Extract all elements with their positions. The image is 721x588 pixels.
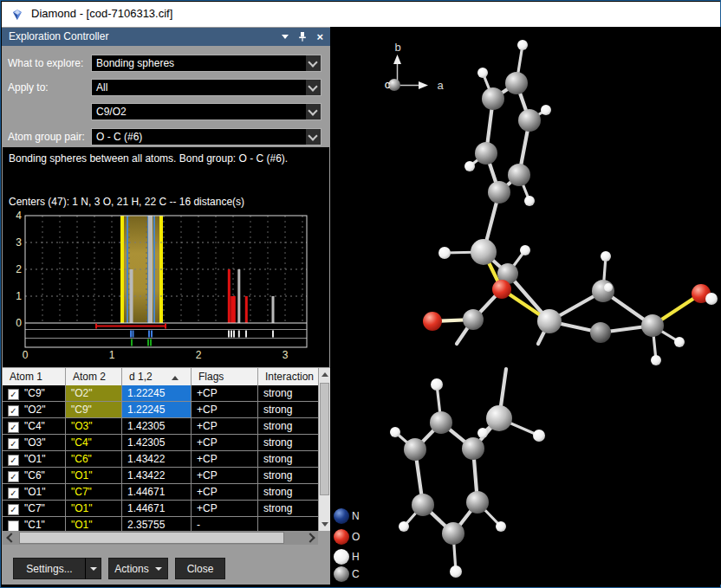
cell[interactable]: strong <box>258 402 318 418</box>
cell[interactable]: "O1" <box>66 517 122 531</box>
cell[interactable]: 2.35755 <box>122 517 192 531</box>
atom-H[interactable] <box>477 428 488 438</box>
cell[interactable]: 1.43422 <box>122 451 192 468</box>
chevron-down-icon[interactable] <box>282 35 289 39</box>
atom-C[interactable] <box>537 309 562 333</box>
atom-H[interactable] <box>705 293 718 305</box>
atom-H[interactable] <box>464 161 475 171</box>
atom-H[interactable] <box>390 427 400 437</box>
row-checkbox[interactable]: ✓ <box>8 488 19 499</box>
row-checkbox[interactable]: ✓ <box>8 455 19 466</box>
dropdown-button[interactable] <box>305 55 321 71</box>
distance-table[interactable]: ✓"C9""O2"1.22245+CPstrong✓"O2""C9"1.2224… <box>3 385 318 531</box>
atom-C[interactable] <box>412 494 434 516</box>
scroll-down-arrow[interactable] <box>319 518 330 531</box>
atom-C[interactable] <box>430 411 452 434</box>
atom-C[interactable] <box>404 438 426 461</box>
table-row[interactable]: ✓"O3""C4"1.42305+CPstrong <box>3 435 318 451</box>
table-row[interactable]: ✓"C7""O1"1.44671+CPstrong <box>3 501 318 517</box>
atom-H[interactable] <box>604 283 613 292</box>
cell[interactable]: 1.44671 <box>122 501 192 517</box>
col-d12[interactable]: d 1,2 <box>122 368 192 385</box>
atom-C[interactable] <box>508 164 530 186</box>
atom-H[interactable] <box>541 105 551 115</box>
cell[interactable]: ✓"C7" <box>3 501 66 517</box>
cell[interactable]: ✓"O2" <box>3 402 66 418</box>
atom-H[interactable] <box>517 40 528 50</box>
atom-C[interactable] <box>486 405 512 431</box>
cell[interactable]: "O1" <box>66 468 122 484</box>
dropdown-button[interactable] <box>305 129 321 145</box>
cell[interactable]: +CP <box>192 501 258 517</box>
atom-C[interactable] <box>518 109 541 132</box>
table-row[interactable]: ✓"C4""O3"1.42305+CPstrong <box>3 418 318 435</box>
cell[interactable]: "C4" <box>66 435 122 451</box>
cell[interactable]: strong <box>258 501 318 517</box>
col-atom2[interactable]: Atom 2 <box>66 368 122 385</box>
cell[interactable]: ✓"C6" <box>3 468 66 484</box>
cell[interactable]: "O1" <box>66 501 122 517</box>
row-checkbox[interactable] <box>8 520 19 531</box>
structure-viewer[interactable]: bac NOHC "C9" -- "O2" 1.2224 Å (bond) <<… <box>330 27 721 585</box>
atom-C[interactable] <box>475 142 497 165</box>
group-select[interactable]: C9/O2 <box>91 103 322 120</box>
atom-H[interactable] <box>496 521 506 532</box>
col-interaction[interactable]: Interaction <box>258 368 318 385</box>
atom-C[interactable] <box>462 437 484 460</box>
cell[interactable]: ✓"C9" <box>3 385 66 402</box>
cell[interactable]: 1.22245 <box>122 385 192 402</box>
atom-C[interactable] <box>466 491 489 514</box>
atom-O[interactable] <box>423 312 442 331</box>
scroll-right-arrow[interactable] <box>304 531 318 545</box>
cell[interactable]: strong <box>258 451 318 468</box>
scroll-up-arrow[interactable] <box>319 368 330 381</box>
cell[interactable]: ✓"O1" <box>3 484 66 501</box>
row-checkbox[interactable]: ✓ <box>8 471 19 482</box>
close-button[interactable]: Close <box>175 558 225 579</box>
cell[interactable]: +CP <box>192 435 258 451</box>
cell[interactable]: ✓"O1" <box>3 451 66 468</box>
cell[interactable]: strong <box>258 385 318 402</box>
actions-button[interactable]: Actions <box>108 558 168 579</box>
cell[interactable]: 1.22245 <box>122 402 192 418</box>
scrollbar-thumb[interactable] <box>19 532 284 544</box>
cell[interactable]: strong <box>258 418 318 435</box>
cell[interactable]: "C7" <box>66 484 122 501</box>
row-checkbox[interactable]: ✓ <box>8 389 19 400</box>
cell[interactable]: +CP <box>192 418 258 435</box>
atom-group-pair-select[interactable]: O - C (#6) <box>91 128 322 145</box>
what-to-explore-select[interactable]: Bonding spheres <box>91 55 322 72</box>
cell[interactable] <box>258 517 318 531</box>
atom-H[interactable] <box>524 196 535 206</box>
cell[interactable]: "C1" <box>3 517 66 531</box>
table-row[interactable]: ✓"O1""C6"1.43422+CPstrong <box>3 451 318 468</box>
atom-H[interactable] <box>520 245 530 255</box>
atom-H[interactable] <box>438 247 451 259</box>
row-checkbox[interactable]: ✓ <box>8 405 19 417</box>
cell[interactable]: "O3" <box>66 418 122 435</box>
atom-H[interactable] <box>431 378 443 391</box>
atom-C[interactable] <box>442 522 464 545</box>
scroll-left-arrow[interactable] <box>3 531 16 545</box>
molecule-canvas[interactable]: bac NOHC <box>330 27 721 585</box>
row-checkbox[interactable]: ✓ <box>8 422 19 433</box>
atom-O[interactable] <box>492 280 511 299</box>
table-horizontal-scrollbar[interactable] <box>3 531 318 545</box>
dropdown-button[interactable] <box>305 104 321 120</box>
cell[interactable]: "C9" <box>66 402 122 418</box>
row-checkbox[interactable]: ✓ <box>8 438 19 449</box>
col-flags[interactable]: Flags <box>192 368 258 385</box>
table-row[interactable]: ✓"C9""O2"1.22245+CPstrong <box>3 385 318 402</box>
atom-C[interactable] <box>471 239 497 265</box>
cell[interactable]: strong <box>258 468 318 484</box>
atom-C[interactable] <box>641 314 664 337</box>
table-vertical-scrollbar[interactable] <box>319 368 330 531</box>
table-row[interactable]: ✓"O2""C9"1.22245+CPstrong <box>3 402 318 418</box>
cell[interactable]: +CP <box>192 468 258 484</box>
dropdown-button[interactable] <box>305 80 321 95</box>
cell[interactable]: ✓"C4" <box>3 418 66 435</box>
cell[interactable]: - <box>192 517 258 531</box>
cell[interactable]: +CP <box>192 385 258 402</box>
cell[interactable]: "C6" <box>66 451 122 468</box>
cell[interactable]: 1.42305 <box>122 435 192 451</box>
